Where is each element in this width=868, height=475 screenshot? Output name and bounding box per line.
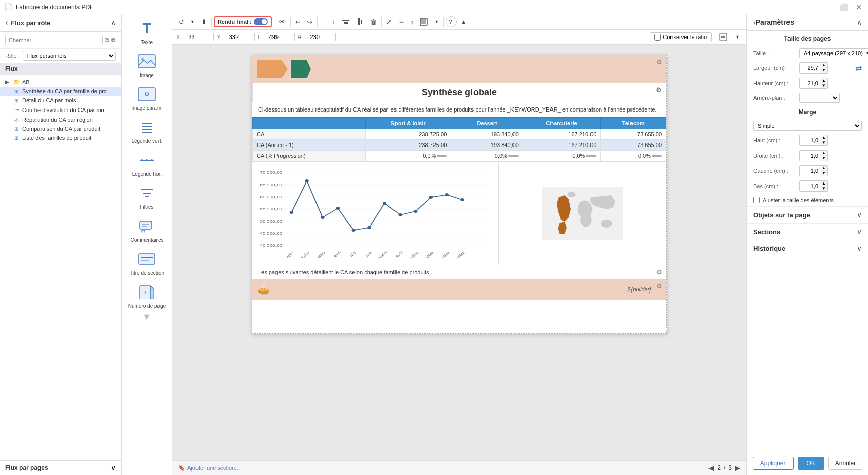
conserve-ratio-button[interactable]: Conserver le ratio [650, 32, 712, 42]
historique-header[interactable]: Historique ∨ [747, 240, 868, 257]
table-icon-liste: ⊞ [14, 135, 20, 141]
bas-decrement-button[interactable]: ▼ [820, 186, 827, 191]
export-button[interactable] [717, 31, 730, 43]
copy-icon-button[interactable]: ⧉ [105, 36, 109, 44]
restore-button[interactable]: ⬜ [837, 3, 850, 11]
wrap-dropdown-button[interactable]: ▼ [431, 18, 441, 26]
sidebar-bottom[interactable]: Flux par pages ∨ [0, 460, 121, 475]
delete-button[interactable]: 🗑 [368, 17, 379, 27]
clipboard-icon-button[interactable]: ⧉ [111, 36, 116, 44]
y-input[interactable] [227, 33, 255, 41]
bas-input[interactable] [800, 182, 820, 190]
eye-button[interactable]: 👁 [277, 17, 288, 27]
largeur-increment-button[interactable]: ▲ [820, 63, 827, 68]
dropdown-refresh-button[interactable]: ▼ [188, 18, 198, 26]
widget-numero-page[interactable]: 1 Numéro de page [127, 283, 167, 309]
bas-increment-button[interactable]: ▲ [820, 181, 827, 186]
undo-button[interactable]: ↩ [293, 17, 303, 27]
haut-input[interactable] [800, 136, 820, 144]
largeur-decrement-button[interactable]: ▼ [820, 68, 827, 73]
arriere-plan-select[interactable] [799, 93, 840, 103]
folder-icon: 📁 [13, 79, 20, 85]
conserve-ratio-checkbox[interactable] [654, 34, 661, 41]
exchange-icon[interactable]: ⇄ [855, 63, 862, 73]
ok-button[interactable]: OK [798, 457, 824, 470]
scroll-down-indicator[interactable]: ▼ [142, 312, 151, 322]
add-section-button[interactable]: 🔖 Ajouter une section... [178, 465, 240, 471]
largeur-input[interactable] [800, 64, 820, 72]
table-icon-synthese: ⊞ [14, 89, 20, 94]
toolbar-sep-3 [290, 17, 291, 27]
tree-item-comparaison[interactable]: ⊞ Comparaison du CA par produit [0, 124, 121, 133]
gauche-increment-button[interactable]: ▲ [820, 166, 827, 171]
zoom-out-button[interactable]: − [320, 17, 329, 27]
height-fit-button[interactable]: ↕ [408, 17, 417, 27]
objets-header[interactable]: Objets sur la page ∨ [747, 207, 868, 223]
widget-image[interactable]: Image [127, 52, 167, 78]
widget-commentaires[interactable]: Commentaires [127, 217, 167, 243]
export-dropdown-button[interactable]: ▼ [733, 33, 742, 41]
svg-text:Avril: Avril [332, 250, 342, 258]
droite-increment-button[interactable]: ▲ [820, 151, 827, 156]
tree-item-liste[interactable]: ⊞ Liste des familles de produit [0, 133, 121, 142]
width-fit-button[interactable]: ↔ [396, 17, 407, 27]
rendu-toggle-switch[interactable] [254, 18, 268, 25]
tree-item-ab[interactable]: ▶ 📁 AB [0, 77, 121, 87]
hauteur-increment-button[interactable]: ▲ [820, 78, 827, 83]
sidebar-collapse-button[interactable]: ∧ [111, 19, 116, 27]
widget-titre-section[interactable]: Titre de section [127, 250, 167, 276]
bas-stepper-btns: ▲ ▼ [820, 181, 827, 191]
tree-item-repartition[interactable]: ◴ Répartition du CA par région [0, 115, 121, 124]
refresh-button[interactable]: ↺ [176, 17, 187, 27]
role-select[interactable]: Flux personnels [23, 51, 116, 61]
tree-item-synthese[interactable]: ⊞ Synthèse du CA par famille de pro [0, 87, 121, 96]
marge-type-select[interactable]: Simple [753, 121, 862, 131]
l-input[interactable] [267, 33, 295, 41]
h-input[interactable] [308, 33, 336, 41]
table-cell-progression-sport: 0,0% [366, 151, 451, 161]
widget-texte[interactable]: T Texte [127, 19, 167, 45]
ajuster-checkbox[interactable] [753, 197, 760, 203]
hauteur-decrement-button[interactable]: ▼ [820, 83, 827, 88]
haut-decrement-button[interactable]: ▼ [820, 140, 827, 145]
right-collapse-button[interactable]: ∧ [857, 18, 862, 26]
gauche-input[interactable] [800, 167, 820, 175]
sections-header[interactable]: Sections ∨ [747, 224, 868, 240]
prev-page-button[interactable]: ◀ [708, 464, 714, 472]
droite-decrement-button[interactable]: ▼ [820, 156, 827, 161]
tree-item-courbe[interactable]: 〜 Courbe d'évolution du CA par mo [0, 105, 121, 115]
footer-settings-icon[interactable]: ⚙ [656, 268, 662, 276]
widget-filtres[interactable]: Filtres [127, 184, 167, 210]
header-settings-icon[interactable]: ⚙ [656, 58, 662, 66]
next-page-button[interactable]: ▶ [735, 464, 740, 472]
taille-select[interactable]: A4 paysage (297 x 210) [799, 48, 868, 58]
tree-label-comparaison: Comparaison du CA par produit [22, 126, 116, 132]
widget-image-param[interactable]: ⚙ Image param. [127, 85, 167, 111]
fit-button[interactable]: ⤢ [384, 17, 394, 27]
widget-legende-vert[interactable]: Légende vert. [127, 118, 167, 144]
close-button[interactable]: ✕ [854, 3, 864, 11]
droite-input[interactable] [800, 152, 820, 160]
download-button[interactable]: ⬇ [199, 17, 209, 27]
sidebar-bottom-collapse-button[interactable]: ∨ [111, 464, 116, 472]
image-param-icon: ⚙ [136, 85, 158, 103]
footer-banner-settings-icon[interactable]: ⚙ [656, 282, 662, 290]
x-input[interactable] [186, 33, 214, 41]
help-button[interactable]: ? [446, 16, 457, 27]
zoom-in-button[interactable]: + [329, 17, 338, 27]
haut-increment-button[interactable]: ▲ [820, 135, 827, 140]
search-input[interactable] [5, 35, 103, 45]
widget-legende-hor[interactable]: Légende hor. [127, 151, 167, 177]
hauteur-input[interactable] [800, 79, 820, 87]
up-button[interactable]: ▲ [458, 17, 469, 27]
align-v-button[interactable] [353, 16, 367, 27]
back-button[interactable]: ‹ [5, 18, 8, 27]
wrap-button[interactable] [417, 16, 430, 27]
gauche-decrement-button[interactable]: ▼ [820, 171, 827, 176]
redo-button[interactable]: ↪ [304, 17, 315, 27]
appliquer-button[interactable]: Appliquer [753, 457, 794, 470]
tree-item-detail[interactable]: ⊞ Détail du CA par mois [0, 96, 121, 105]
title-settings-icon[interactable]: ⚙ [656, 86, 662, 94]
annuler-button[interactable]: Annuler [828, 457, 862, 470]
align-h-button[interactable] [339, 16, 352, 27]
